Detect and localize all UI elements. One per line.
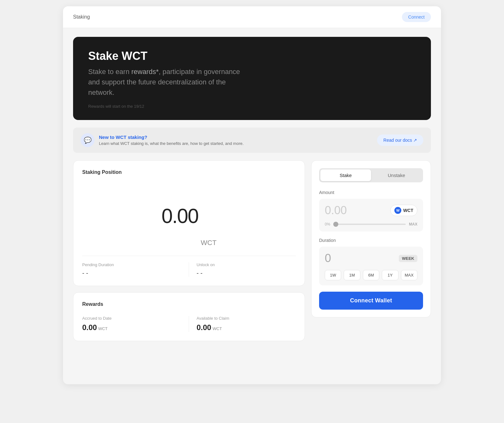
slider-thumb: [333, 222, 338, 227]
hero-subtitle-plain: Stake to earn: [88, 68, 131, 76]
staking-meta: Pending Duration - - Unlock on - -: [82, 256, 296, 277]
rewards-meta: Accrued to Date 0.00WCT Available to Cla…: [82, 313, 296, 332]
accrued-label: Accrued to Date: [82, 316, 185, 321]
duration-option-1w[interactable]: 1W: [325, 270, 341, 280]
unlock-value: - -: [197, 270, 292, 277]
amount-input-container: 0.00 W WCT 0% MAX: [319, 199, 423, 232]
info-title: New to WCT staking?: [99, 134, 243, 140]
right-panel: Stake Unstake Amount 0.00 W WCT 0%: [311, 160, 431, 317]
available-label: Available to Claim: [197, 316, 292, 321]
accrued-item: Accrued to Date 0.00WCT: [82, 316, 189, 332]
duration-options: 1W1M6M1YMAX: [325, 270, 417, 280]
pending-duration-item: Pending Duration - -: [82, 262, 189, 277]
rewards-title: Rewards: [82, 301, 296, 307]
rewards-card: Rewards Accrued to Date 0.00WCT Availabl…: [73, 292, 305, 341]
left-panel: Staking Position 0.00 WCT Pending Durati…: [73, 160, 305, 341]
hero-subtitle: Stake to earn rewards*, participate in g…: [88, 66, 252, 98]
duration-row: 0 WEEK: [325, 252, 417, 265]
available-item: Available to Claim 0.00WCT: [189, 316, 296, 332]
staking-position-title: Staking Position: [82, 169, 296, 175]
available-unit: WCT: [213, 326, 222, 331]
amount-value: 0.00: [325, 204, 347, 217]
week-badge: WEEK: [399, 255, 417, 262]
duration-option-1y[interactable]: 1Y: [382, 270, 398, 280]
position-unit: WCT: [201, 239, 216, 247]
hero-title: Stake WCT: [88, 49, 416, 63]
main-content: Stake WCT Stake to earn rewards*, partic…: [63, 28, 441, 350]
staking-position-card: Staking Position 0.00 WCT Pending Durati…: [73, 160, 305, 286]
slider-row: 0% MAX: [325, 222, 417, 226]
header-connect-button[interactable]: Connect: [402, 12, 431, 22]
wct-token-badge[interactable]: W WCT: [390, 205, 417, 216]
duration-container: 0 WEEK 1W1M6M1YMAX: [319, 247, 423, 285]
unlock-item: Unlock on - -: [189, 262, 296, 277]
info-icon: 💬: [81, 133, 94, 147]
amount-section-label: Amount: [319, 190, 423, 195]
slider-pct: 0%: [325, 222, 330, 226]
hero-subtitle-highlight: rewards*: [131, 68, 159, 76]
accrued-unit: WCT: [98, 326, 108, 331]
hero-note: Rewards will start on the 19/12: [88, 104, 416, 109]
read-docs-button[interactable]: Read our docs ↗: [377, 134, 423, 146]
staking-position-display: 0.00 WCT: [82, 181, 296, 251]
hero-banner: Stake WCT Stake to earn rewards*, partic…: [73, 37, 431, 120]
unlock-label: Unlock on: [197, 262, 292, 267]
tab-unstake[interactable]: Unstake: [371, 169, 422, 181]
accrued-amount: 0.00: [82, 323, 97, 332]
amount-slider[interactable]: [333, 224, 406, 225]
duration-option-6m[interactable]: 6M: [363, 270, 379, 280]
duration-value: 0: [325, 252, 331, 265]
duration-option-max[interactable]: MAX: [401, 270, 417, 280]
wct-badge-label: WCT: [403, 208, 413, 213]
info-text: New to WCT staking? Learn what WCT staki…: [99, 134, 243, 146]
tabs-container: Stake Unstake: [319, 168, 423, 182]
pending-duration-label: Pending Duration: [82, 262, 185, 267]
pending-duration-value: - -: [82, 270, 185, 277]
header: Staking Connect: [63, 6, 441, 28]
app-title: Staking: [73, 14, 90, 20]
two-col-layout: Staking Position 0.00 WCT Pending Durati…: [73, 160, 431, 341]
info-subtitle: Learn what WCT staking is, what the bene…: [99, 141, 243, 146]
accrued-amount-row: 0.00WCT: [82, 323, 185, 332]
wct-icon: W: [394, 207, 401, 214]
tab-stake[interactable]: Stake: [320, 169, 371, 181]
position-amount: 0.00: [162, 204, 198, 228]
info-bar-left: 💬 New to WCT staking? Learn what WCT sta…: [81, 133, 243, 147]
slider-max: MAX: [409, 222, 417, 226]
available-amount-row: 0.00WCT: [197, 323, 292, 332]
connect-wallet-button[interactable]: Connect Wallet: [319, 292, 423, 310]
available-amount: 0.00: [197, 323, 211, 332]
duration-option-1m[interactable]: 1M: [344, 270, 360, 280]
info-bar: 💬 New to WCT staking? Learn what WCT sta…: [73, 128, 431, 153]
duration-section-label: Duration: [319, 238, 423, 243]
amount-row: 0.00 W WCT: [325, 204, 417, 217]
